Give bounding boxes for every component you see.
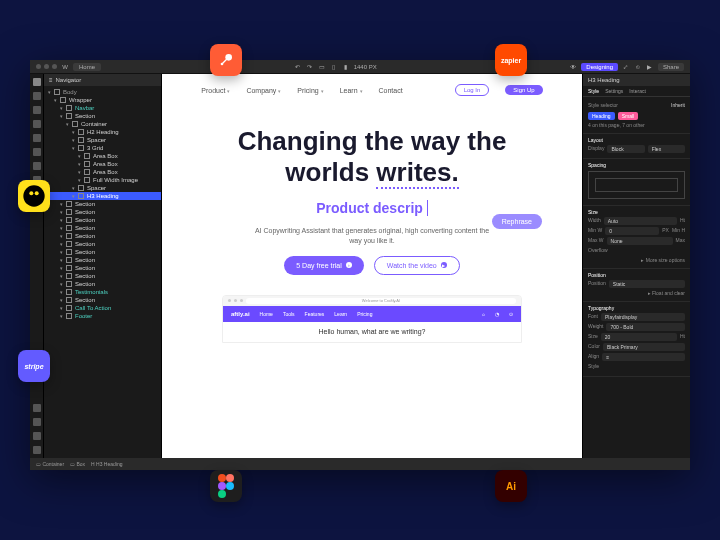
undo-icon[interactable]: ↶ (294, 63, 302, 71)
display-block[interactable]: Block (607, 145, 644, 153)
audit-icon[interactable] (33, 446, 41, 454)
bc-container[interactable]: ▭ Container (36, 461, 64, 467)
svg-point-6 (218, 474, 226, 482)
top-toolbar: W Home ↶ ↷ ▭ ▯ ▮ 1440 PX 👁 Designing ⤢ ⎋… (30, 60, 690, 74)
tree-item[interactable]: ▾Section (44, 240, 161, 248)
tree-item[interactable]: ▾Area Box (44, 160, 161, 168)
tree-item[interactable]: ▾3 Grid (44, 144, 161, 152)
preview-search-icon[interactable]: ⌕ (482, 311, 485, 317)
video-icon[interactable] (33, 432, 41, 440)
nav-product[interactable]: Product ▾ (201, 87, 230, 94)
tree-item[interactable]: ▾Section (44, 216, 161, 224)
position-select[interactable]: Static (609, 280, 685, 288)
maxw-input[interactable]: None (607, 237, 673, 245)
help-icon[interactable] (33, 418, 41, 426)
spacing-editor[interactable] (588, 171, 685, 199)
publish-icon[interactable]: ▶ (646, 63, 654, 71)
cta-trial-button[interactable]: 5 Day free trial› (284, 256, 364, 275)
redo-icon[interactable]: ↷ (306, 63, 314, 71)
cms-icon[interactable] (33, 134, 41, 142)
bc-box[interactable]: ▭ Box (70, 461, 85, 467)
tree-item[interactable]: ▾Wrapper (44, 96, 161, 104)
tree-item[interactable]: ▾Section (44, 264, 161, 272)
tree-item[interactable]: ▾H2 Heading (44, 128, 161, 136)
tree-item[interactable]: ▾Full Width Image (44, 176, 161, 184)
tree-item[interactable]: ▾Section (44, 256, 161, 264)
tab-interact[interactable]: Interact (629, 88, 646, 94)
desktop-icon[interactable]: ▭ (318, 63, 326, 71)
home-button[interactable]: Home (73, 63, 101, 71)
navigator-tree[interactable]: ▾Body▾Wrapper▾Navbar▾Section▾Container▾H… (44, 86, 161, 458)
font-select[interactable]: Playfairdisplay (601, 313, 685, 321)
width-input[interactable]: Auto (604, 217, 677, 225)
eye-icon[interactable]: 👁 (569, 63, 577, 71)
nav-pricing[interactable]: Pricing ▾ (297, 87, 323, 94)
tree-item[interactable]: ▾Area Box (44, 168, 161, 176)
signup-button[interactable]: Sign Up (505, 85, 542, 95)
design-canvas[interactable]: Product ▾ Company ▾ Pricing ▾ Learn ▾ Co… (162, 74, 582, 458)
designing-toggle[interactable]: Designing (581, 63, 618, 71)
tree-item[interactable]: ▾Testimonials (44, 288, 161, 296)
tree-item[interactable]: ▾Area Box (44, 152, 161, 160)
hero-headline[interactable]: Changing the way the worlds writes. (202, 126, 542, 188)
link-icon[interactable]: ⎋ (634, 63, 642, 71)
svg-point-4 (29, 191, 33, 195)
ecommerce-icon[interactable] (33, 148, 41, 156)
preview-user-icon[interactable]: ⊙ (509, 311, 513, 317)
tree-item[interactable]: ▾Section (44, 272, 161, 280)
class-chip-small[interactable]: Small (618, 112, 639, 120)
tree-item[interactable]: ▾Section (44, 200, 161, 208)
display-flex[interactable]: Flex (648, 145, 685, 153)
fontsize-input[interactable]: 20 (601, 333, 677, 341)
svg-point-9 (226, 482, 234, 490)
rephrase-button[interactable]: Rephrase (492, 214, 542, 229)
tree-item[interactable]: ▾Section (44, 232, 161, 240)
align-left[interactable]: ≡ (602, 353, 685, 361)
settings-icon[interactable] (33, 404, 41, 412)
nav-tree-icon[interactable] (33, 106, 41, 114)
site-navbar: Product ▾ Company ▾ Pricing ▾ Learn ▾ Co… (162, 74, 582, 106)
tree-item[interactable]: ▾Section (44, 208, 161, 216)
nav-contact[interactable]: Contact (379, 87, 403, 94)
tree-item[interactable]: ▾Section (44, 224, 161, 232)
nav-icon: ≡ (49, 77, 53, 83)
float-clear[interactable]: ▸ Float and clear (588, 290, 685, 296)
preview-bell-icon[interactable]: ◔ (495, 311, 499, 317)
tree-item[interactable]: ▾Section (44, 112, 161, 120)
figma-badge (210, 470, 242, 502)
share-button[interactable]: Share (658, 63, 684, 71)
tree-item[interactable]: ▾Footer (44, 312, 161, 320)
add-icon[interactable] (33, 78, 41, 86)
expand-icon[interactable]: ⤢ (622, 63, 630, 71)
tree-item[interactable]: ▾Spacer (44, 184, 161, 192)
weight-select[interactable]: 700 - Bold (606, 323, 685, 331)
pages-icon[interactable] (33, 92, 41, 100)
tree-item[interactable]: ▾Navbar (44, 104, 161, 112)
more-size[interactable]: ▸ More size options (588, 257, 685, 263)
components-icon[interactable] (33, 120, 41, 128)
tree-item[interactable]: ▾Container (44, 120, 161, 128)
mobile-icon[interactable]: ▮ (342, 63, 350, 71)
nav-learn[interactable]: Learn ▾ (340, 87, 363, 94)
color-select[interactable]: Black Primary (603, 343, 685, 351)
tab-style[interactable]: Style (588, 88, 599, 94)
tree-item[interactable]: ▾Body (44, 88, 161, 96)
tab-settings[interactable]: Settings (605, 88, 623, 94)
login-button[interactable]: Log In (455, 84, 490, 96)
minw-input[interactable]: 0 (605, 227, 659, 235)
class-chip-heading[interactable]: Heading (588, 112, 615, 120)
canvas-width: 1440 PX (354, 64, 377, 70)
nav-company[interactable]: Company ▾ (246, 87, 281, 94)
cta-video-button[interactable]: Watch the video▶ (374, 256, 460, 275)
tablet-icon[interactable]: ▯ (330, 63, 338, 71)
tree-item[interactable]: ▾Spacer (44, 136, 161, 144)
arrow-icon: › (346, 262, 352, 268)
tree-item[interactable]: ▾Call To Action (44, 304, 161, 312)
users-icon[interactable] (33, 162, 41, 170)
webflow-logo-icon[interactable]: W (61, 63, 69, 71)
bc-heading[interactable]: H H3 Heading (91, 461, 122, 467)
tree-item[interactable]: ▾Section (44, 248, 161, 256)
tree-item[interactable]: ▾H3 Heading (44, 192, 161, 200)
tree-item[interactable]: ▾Section (44, 280, 161, 288)
tree-item[interactable]: ▾Section (44, 296, 161, 304)
